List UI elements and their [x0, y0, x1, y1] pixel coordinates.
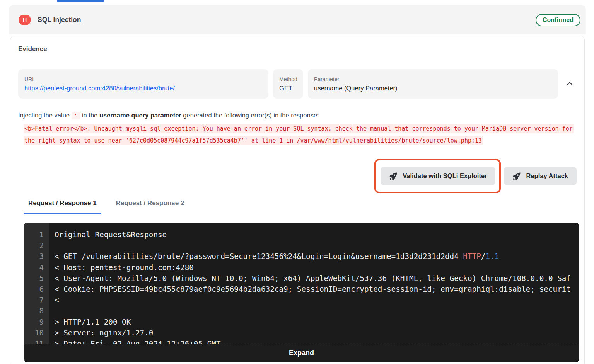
code-line: 2 [24, 240, 579, 251]
expand-button[interactable]: Expand [24, 344, 579, 362]
code-line: 8 [24, 306, 579, 316]
code-text: > HTTP/1.1 200 OK [50, 317, 579, 328]
code-text: < [50, 295, 579, 306]
parameter-box: Parameter username (Query Parameter) [308, 69, 558, 99]
code-line: 1Original Request&Response [24, 230, 579, 240]
code-line: 5< User-Agent: Mozilla/5.0 (Windows NT 1… [24, 273, 579, 284]
validate-button-label: Validate with SQLi Exploiter [403, 172, 487, 180]
method-value: GET [279, 85, 297, 92]
evidence-summary-row: URL https://pentest-ground.com:4280/vuln… [18, 69, 577, 99]
line-number: 6 [24, 284, 50, 295]
finding-header: H SQL Injection Confirmed [9, 5, 586, 34]
finding-description-mid: in the [82, 112, 97, 119]
finding-detail-screen: H SQL Injection Confirmed Evidence URL h… [0, 0, 594, 364]
code-text: < Cookie: PHPSESSID=49bc455c879aef0c9e56… [50, 284, 579, 295]
code-text: < GET /vulnerabilities/brute/?password=S… [50, 251, 579, 262]
sql-error-output: <b>Fatal error</b>: Uncaught mysqli_sql_… [24, 123, 577, 146]
rocket-icon [512, 172, 521, 180]
replay-button-label: Replay Attack [526, 172, 568, 180]
line-number: 1 [24, 230, 50, 240]
line-number: 3 [24, 251, 50, 262]
request-response-viewer: 1Original Request&Response23< GET /vulne… [24, 223, 579, 362]
code-text: < User-Agent: Mozilla/5.0 (Windows NT 10… [50, 273, 579, 284]
code-line: 4< Host: pentest-ground.com:4280 [24, 262, 579, 273]
line-number: 5 [24, 273, 50, 284]
code-line: 6< Cookie: PHPSESSID=49bc455c879aef0c9e5… [24, 284, 579, 295]
code-text: > Server: nginx/1.27.0 [50, 328, 579, 338]
line-number: 7 [24, 295, 50, 306]
code-text: < Host: pentest-ground.com:4280 [50, 262, 579, 273]
actions-row: Validate with SQLi Exploiter Replay Atta… [18, 159, 577, 193]
code-lines: 1Original Request&Response23< GET /vulne… [24, 223, 579, 349]
code-line: 3< GET /vulnerabilities/brute/?password=… [24, 251, 579, 262]
code-line: 10> Server: nginx/1.27.0 [24, 328, 579, 338]
evidence-section-title: Evidence [18, 45, 577, 53]
severity-badge: H [19, 15, 31, 25]
line-number: 9 [24, 317, 50, 328]
line-number: 10 [24, 328, 50, 338]
tab-request-response-1[interactable]: Request / Response 1 [24, 196, 101, 214]
rocket-icon [389, 172, 398, 180]
active-tab-indicator [57, 0, 104, 2]
code-text [50, 306, 579, 316]
sql-error-line: the right syntax to use near '627c0d05c0… [24, 135, 577, 147]
injected-parameter-name: username query parameter [99, 112, 181, 119]
validate-sqli-exploiter-button[interactable]: Validate with SQLi Exploiter [381, 167, 495, 185]
line-number: 8 [24, 306, 50, 316]
target-url-link[interactable]: https://pentest-ground.com:4280/vulnerab… [24, 85, 262, 92]
line-number: 4 [24, 262, 50, 273]
parameter-label: Parameter [314, 76, 552, 82]
collapse-evidence-button[interactable] [563, 77, 577, 91]
status-badge: Confirmed [536, 14, 580, 26]
method-box: Method GET [273, 69, 303, 99]
finding-description: Injecting the value ' in the username qu… [18, 111, 577, 120]
parameter-value: username (Query Parameter) [314, 85, 552, 92]
chevron-up-icon [566, 82, 573, 86]
code-line: 9> HTTP/1.1 200 OK [24, 317, 579, 328]
injected-payload-chip: ' [72, 112, 80, 119]
finding-body-card: Evidence URL https://pentest-ground.com:… [10, 36, 585, 364]
method-label: Method [279, 76, 297, 82]
replay-attack-button[interactable]: Replay Attack [504, 167, 577, 185]
line-number: 2 [24, 240, 50, 251]
url-box: URL https://pentest-ground.com:4280/vuln… [18, 69, 268, 99]
finding-description-suffix: generated the following error(s) in the … [183, 112, 319, 119]
tab-request-response-2[interactable]: Request / Response 2 [111, 196, 189, 214]
validate-button-highlight-box: Validate with SQLi Exploiter [374, 159, 501, 193]
sql-error-line: <b>Fatal error</b>: Uncaught mysqli_sql_… [24, 123, 577, 135]
code-text [50, 240, 579, 251]
url-label: URL [24, 76, 262, 82]
request-response-tabs: Request / Response 1 Request / Response … [24, 196, 577, 214]
finding-title: SQL Injection [38, 16, 81, 24]
finding-description-prefix: Injecting the value [18, 112, 70, 119]
code-line: 7< [24, 295, 579, 306]
code-text: Original Request&Response [50, 230, 579, 240]
